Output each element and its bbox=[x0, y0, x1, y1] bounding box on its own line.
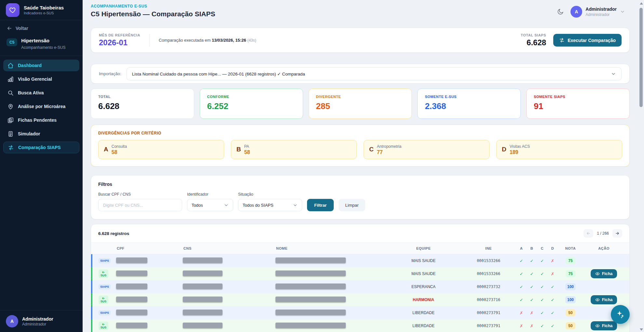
criteria-letter: C bbox=[369, 146, 374, 153]
sidebar-nav-item[interactable]: Fichas Pendentes bbox=[3, 114, 79, 126]
redacted-cpf bbox=[116, 270, 147, 276]
nota-badge: 100 bbox=[565, 283, 576, 290]
main-content: ACOMPANHAMENTO E-SUS C5 Hipertensão — Co… bbox=[83, 0, 644, 332]
redacted-cpf bbox=[116, 310, 147, 315]
col-c: C bbox=[537, 246, 547, 250]
sidebar-nav-item[interactable]: Busca Ativa bbox=[3, 87, 79, 99]
ficha-button[interactable]: Ficha bbox=[591, 321, 617, 330]
criteria-value: 58 bbox=[244, 149, 250, 155]
execution-info: Comparação executada em 13/03/2026, 15:2… bbox=[159, 38, 256, 43]
top-bar: ACOMPANHAMENTO E-SUS C5 Hipertensão — Co… bbox=[91, 4, 630, 18]
app-subtitle: Indicadores e-SUS bbox=[24, 11, 64, 15]
reference-month-label: MÊS DE REFERÊNCIA bbox=[99, 33, 140, 37]
criterion-c-mark: ✓ bbox=[537, 324, 547, 328]
next-page-button[interactable] bbox=[612, 229, 622, 238]
total-siaps-label: TOTAL SIAPS bbox=[521, 33, 546, 37]
redacted-cns bbox=[183, 297, 222, 302]
criteria-value: 58 bbox=[112, 149, 127, 155]
criterion-d-mark: ✗ bbox=[547, 271, 558, 276]
stat-label: SOMENTE E-SUS bbox=[425, 95, 513, 99]
dark-mode-toggle[interactable] bbox=[557, 8, 564, 15]
ine-cell: 0000273791 bbox=[461, 311, 516, 315]
criterion-d-mark: ✓ bbox=[547, 324, 558, 328]
nota-badge: 75 bbox=[566, 257, 575, 264]
clear-button[interactable]: Limpar bbox=[339, 199, 365, 211]
table-row: e-SUS MAIS SAUDE 0001533266 ✓ ✓ ✓ ✗ 75 bbox=[91, 267, 629, 280]
criterion-c-mark: ✓ bbox=[537, 297, 547, 302]
filter-button[interactable]: Filtrar bbox=[307, 199, 334, 211]
criterion-d-mark: ✗ bbox=[547, 258, 558, 263]
criterion-d-mark: ✓ bbox=[547, 311, 558, 315]
sidebar-item-label: Fichas Pendentes bbox=[18, 118, 57, 123]
criterion-d-mark: ✓ bbox=[547, 284, 558, 289]
sparkles-icon bbox=[616, 310, 625, 319]
sidebar-nav-item[interactable]: Simulador bbox=[3, 128, 79, 140]
criterion-d-mark: ✓ bbox=[547, 297, 558, 302]
criterion-a-mark: ✓ bbox=[516, 271, 527, 276]
sidebar-nav-item[interactable]: Visão Gerencial bbox=[3, 73, 79, 85]
identifier-select[interactable]: Todos bbox=[187, 199, 233, 211]
scroll-down-arrow[interactable] bbox=[640, 328, 643, 331]
stat-value: 2.368 bbox=[425, 101, 513, 111]
col-a: A bbox=[516, 246, 527, 250]
col-equipe: EQUIPE bbox=[386, 246, 461, 250]
stat-value: 6.628 bbox=[98, 101, 187, 111]
table-row: SIAPS ESPERANCA 0000273732 ✓ ✓ ✓ ✓ 100 bbox=[91, 280, 629, 293]
user-role: Administrador bbox=[585, 12, 617, 17]
user-menu[interactable]: A Administrador Administrador bbox=[570, 6, 625, 18]
scrollbar-thumb[interactable] bbox=[639, 8, 643, 107]
sidebar-item-label: Análise por Microárea bbox=[18, 104, 65, 109]
eye-icon bbox=[595, 324, 600, 328]
moon-icon bbox=[557, 8, 564, 15]
program-subtitle: Acompanhamento e-SUS bbox=[21, 45, 65, 50]
sidebar: Saúde Taiobeiras Indicadores e-SUS Volta… bbox=[0, 0, 83, 332]
assistant-fab[interactable] bbox=[611, 305, 630, 324]
col-nome: NOME bbox=[275, 246, 386, 250]
criteria-letter: B bbox=[236, 146, 241, 153]
sidebar-user[interactable]: A Administrador Administrador bbox=[0, 310, 83, 332]
execute-comparison-button[interactable]: Executar Comparação bbox=[553, 34, 622, 47]
criterion-b-mark: ✓ bbox=[527, 258, 537, 263]
redacted-cpf bbox=[116, 284, 147, 289]
program-item[interactable]: C5 Hipertensão Acompanhamento e-SUS bbox=[0, 36, 83, 56]
stat-value: 6.252 bbox=[207, 101, 296, 111]
situation-select[interactable]: Todos do SIAPS bbox=[238, 199, 302, 211]
criterion-a-mark: ✗ bbox=[516, 311, 527, 315]
sidebar-nav-item[interactable]: Comparação SIAPS bbox=[3, 142, 79, 153]
back-button[interactable]: Voltar bbox=[0, 20, 83, 36]
redacted-cpf bbox=[116, 323, 147, 328]
eye-icon bbox=[595, 271, 600, 276]
nota-badge: 75 bbox=[566, 270, 575, 277]
criteria-letter: A bbox=[104, 146, 108, 153]
search-input[interactable] bbox=[98, 199, 182, 211]
ficha-button[interactable]: Ficha bbox=[591, 295, 617, 304]
prev-page-button[interactable] bbox=[584, 229, 593, 238]
stat-label: TOTAL bbox=[98, 95, 187, 99]
import-select[interactable]: Lista Nominal Cuidado da pessoa com Hipe… bbox=[127, 67, 622, 80]
user-name: Administrador bbox=[585, 7, 617, 12]
ficha-button[interactable]: Ficha bbox=[591, 269, 617, 278]
stat-card: SOMENTE SIAPS 91 bbox=[526, 89, 630, 119]
ine-cell: 0001533266 bbox=[461, 271, 516, 276]
col-cns: CNS bbox=[183, 246, 275, 250]
page-indicator: 1 / 266 bbox=[597, 231, 609, 236]
criteria-letter: D bbox=[502, 146, 506, 153]
sidebar-nav-item[interactable]: Dashboard bbox=[3, 60, 79, 71]
nota-badge: 50 bbox=[566, 322, 575, 329]
identifier-label: Identificador bbox=[187, 192, 233, 197]
col-acao: AÇÃO bbox=[583, 246, 624, 250]
scroll-up-arrow[interactable] bbox=[640, 2, 643, 5]
stat-card: SOMENTE E-SUS 2.368 bbox=[417, 89, 521, 119]
redacted-nome bbox=[275, 257, 346, 263]
search-label: Buscar CPF / CNS bbox=[98, 192, 182, 197]
stat-label: DIVERGENTE bbox=[316, 95, 405, 99]
stat-label: CONFORME bbox=[207, 95, 296, 99]
criteria-item: A Consulta 58 bbox=[98, 140, 224, 159]
table-row: SIAPS LIBERDADE 0000273791 ✗ ✗ ✓ ✓ 50 bbox=[91, 306, 629, 319]
source-badge: e-SUS bbox=[99, 270, 108, 278]
redacted-cns bbox=[183, 284, 222, 289]
sidebar-nav-item[interactable]: Análise por Microárea bbox=[3, 101, 79, 112]
table-body: SIAPS MAIS SAUDE 0001533266 ✓ ✓ ✓ ✗ 75 bbox=[91, 254, 629, 332]
table-row: e-SUS LIBERDADE 0000273791 ✗ ✗ ✓ ✓ 50 bbox=[91, 319, 629, 332]
col-d: D bbox=[547, 246, 558, 250]
